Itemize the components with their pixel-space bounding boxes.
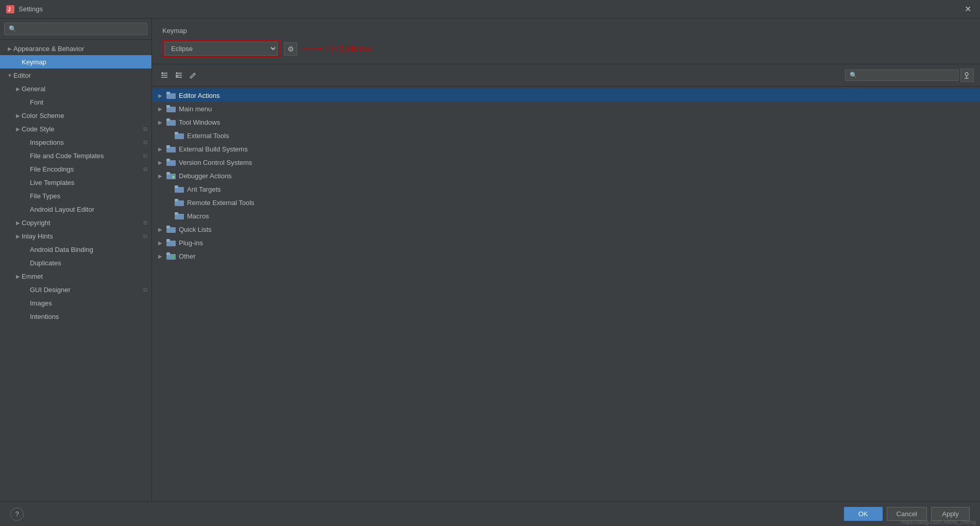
tree-arrow-icon: ▶ (158, 120, 166, 125)
svg-rect-40 (166, 226, 170, 228)
sidebar-search-input[interactable] (4, 23, 147, 35)
arrow-icon: ▶ (14, 219, 22, 226)
folder-icon (166, 118, 176, 126)
svg-rect-24 (175, 132, 178, 134)
keymap-item-macros[interactable]: Macros (152, 209, 980, 223)
folder-gear-icon (166, 252, 176, 260)
sidebar-item-general[interactable]: ▶ General (0, 82, 151, 95)
sidebar-item-font[interactable]: Font (0, 95, 151, 109)
arrow-icon (14, 58, 22, 65)
arrow-icon (23, 313, 30, 320)
svg-rect-28 (166, 159, 170, 161)
sidebar-item-inspections[interactable]: Inspections ⧉ (0, 135, 151, 149)
keymap-item-plug-ins[interactable]: ▶ Plug-ins (152, 236, 980, 249)
sidebar-item-emmet[interactable]: ▶ Emmet (0, 269, 151, 283)
svg-point-45 (172, 256, 175, 259)
keymap-gear-button[interactable]: ⚙ (284, 42, 297, 56)
copy-icon: ⧉ (143, 126, 147, 132)
keymap-search-container (845, 69, 974, 82)
keymap-search-input[interactable] (845, 70, 958, 81)
svg-rect-30 (166, 172, 170, 175)
tree-arrow-icon: ▶ (158, 240, 166, 246)
arrow-icon (23, 299, 30, 307)
help-button[interactable]: ? (10, 507, 24, 521)
folder-icon (166, 92, 176, 99)
keymap-dropdown-container: Eclipse Default Emacs Visual Studio (162, 40, 280, 58)
folder-icon (175, 185, 184, 193)
sidebar-item-android-layout-editor[interactable]: Android Layout Editor (0, 202, 151, 216)
sidebar-search-container (0, 19, 151, 40)
title-bar: J Settings ✕ (0, 0, 980, 19)
folder-gear-icon: ✦ (166, 172, 176, 179)
sidebar-item-copyright[interactable]: ▶ Copyright ⧉ (0, 216, 151, 229)
app-icon: J (6, 5, 14, 13)
svg-rect-18 (166, 92, 170, 94)
sidebar-item-inlay-hints[interactable]: ▶ Inlay Hints ⧉ (0, 229, 151, 243)
sidebar-item-file-types[interactable]: File Types (0, 189, 151, 202)
keymap-item-version-control[interactable]: ▶ Version Control Systems (152, 156, 980, 169)
keymap-header: Keymap Eclipse Default Emacs Visual Stud… (152, 19, 980, 64)
tree-arrow-icon: ▶ (158, 227, 166, 232)
keymap-item-remote-external-tools[interactable]: Remote External Tools (152, 196, 980, 209)
keymap-item-debugger-actions[interactable]: ▶ ✦ Debugger Actions (152, 169, 980, 182)
svg-rect-22 (166, 118, 170, 121)
svg-line-13 (194, 73, 195, 74)
person-search-icon (964, 72, 971, 79)
tree-arrow-icon: ▶ (158, 106, 166, 112)
sidebar-item-code-style[interactable]: ▶ Code Style ⧉ (0, 122, 151, 135)
folder-icon (166, 145, 176, 152)
keymap-item-main-menu[interactable]: ▶ Main menu (152, 102, 980, 115)
annotation-arrow-svg (301, 45, 322, 53)
keymap-item-external-tools[interactable]: External Tools (152, 129, 980, 142)
sidebar-item-duplicates[interactable]: Duplicates (0, 256, 151, 269)
folder-icon (175, 132, 184, 139)
keymap-item-editor-actions[interactable]: ▶ Editor Actions (152, 89, 980, 102)
sidebar-item-file-encodings[interactable]: File Encodings ⧉ (0, 162, 151, 176)
sidebar-item-android-data-binding[interactable]: Android Data Binding (0, 243, 151, 256)
close-button[interactable]: ✕ (961, 3, 974, 15)
folder-icon (166, 105, 176, 112)
edit-button[interactable] (187, 70, 199, 80)
keymap-dropdown[interactable]: Eclipse Default Emacs Visual Studio (164, 42, 278, 56)
arrow-icon (23, 179, 30, 186)
bottom-bar: ? OK Cancel Apply (0, 501, 980, 526)
sidebar-item-appearance[interactable]: ▶ Appearance & Behavior (0, 42, 151, 55)
ok-button[interactable]: OK (844, 507, 883, 521)
svg-rect-36 (175, 199, 178, 201)
sidebar-item-editor[interactable]: ▼ Editor (0, 69, 151, 82)
sidebar-item-color-scheme[interactable]: ▶ Color Scheme (0, 109, 151, 122)
keymap-search-button[interactable] (960, 69, 974, 82)
svg-marker-3 (319, 47, 322, 51)
sidebar-item-images[interactable]: Images (0, 296, 151, 310)
expand-all-button[interactable] (158, 70, 171, 80)
copy-icon: ⧉ (143, 139, 147, 146)
tree-arrow-icon: ▶ (158, 160, 166, 165)
keymap-item-tool-windows[interactable]: ▶ Tool Windows (152, 115, 980, 129)
keymap-tree: ▶ Editor Actions ▶ Main menu (152, 87, 980, 501)
arrow-icon: ▶ (14, 125, 22, 132)
annotation-text: 下拉选择Eclipse (324, 44, 373, 54)
sidebar: ▶ Appearance & Behavior Keymap ▼ Editor … (0, 19, 152, 501)
main-panel: Keymap Eclipse Default Emacs Visual Stud… (152, 19, 980, 501)
tree-arrow-icon: ▶ (158, 173, 166, 179)
svg-point-14 (965, 73, 968, 76)
folder-icon (166, 226, 176, 233)
keymap-item-external-build-systems[interactable]: ▶ External Build Systems (152, 142, 980, 156)
sidebar-item-intentions[interactable]: Intentions (0, 310, 151, 323)
arrow-icon: ▶ (6, 45, 13, 52)
sidebar-item-file-code-templates[interactable]: File and Code Templates ⧉ (0, 149, 151, 162)
collapse-all-button[interactable] (173, 70, 185, 80)
keymap-item-ant-targets[interactable]: Ant Targets (152, 182, 980, 196)
tree-arrow-icon: ▶ (158, 146, 166, 152)
arrow-icon: ▶ (14, 112, 22, 119)
svg-rect-42 (166, 239, 170, 242)
sidebar-item-gui-designer[interactable]: GUI Designer ⧉ (0, 283, 151, 296)
arrow-icon (23, 152, 30, 159)
keymap-item-quick-lists[interactable]: ▶ Quick Lists (152, 223, 980, 236)
arrow-icon (23, 139, 30, 146)
sidebar-item-live-templates[interactable]: Live Templates (0, 176, 151, 189)
sidebar-item-keymap[interactable]: Keymap (0, 55, 151, 69)
svg-rect-44 (166, 252, 170, 255)
keymap-item-other[interactable]: ▶ Other (152, 249, 980, 263)
arrow-icon (23, 286, 30, 293)
